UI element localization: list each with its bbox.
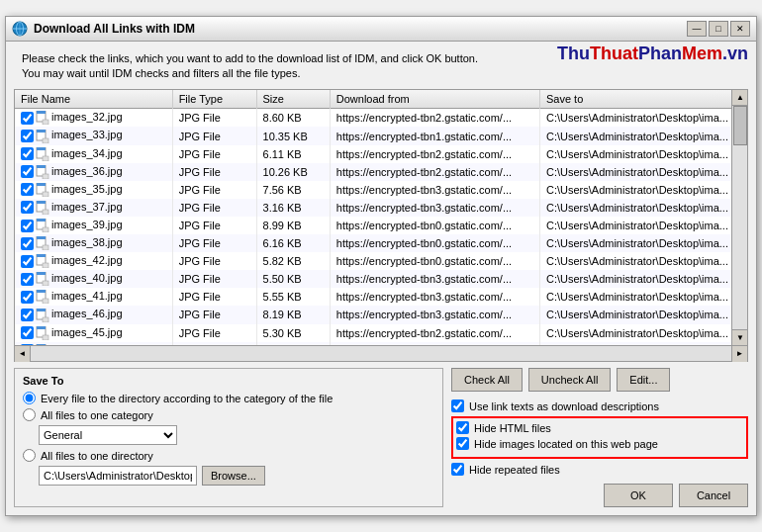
file-icon xyxy=(36,309,49,322)
check-all-button[interactable]: Check All xyxy=(451,368,523,392)
uncheck-all-button[interactable]: Uncheck All xyxy=(528,368,611,392)
horizontal-scrollbar[interactable]: ◄ ► xyxy=(14,346,748,362)
file-type-cell: JPG File xyxy=(172,342,256,347)
save-to-cell: C:\Users\Administrator\Desktop\ima... xyxy=(539,127,746,144)
svg-rect-9 xyxy=(43,138,48,143)
directory-row: Browse... xyxy=(39,466,434,486)
scroll-up-button[interactable]: ▲ xyxy=(732,90,748,106)
bottom-buttons: OK Cancel xyxy=(451,484,748,507)
category-select[interactable]: General xyxy=(39,425,177,445)
file-type-cell: JPG File xyxy=(172,163,256,181)
download-from-cell: https://encrypted-tbn2.gstatic.com/... xyxy=(330,163,539,181)
file-type-cell: JPG File xyxy=(172,217,256,234)
svg-rect-29 xyxy=(37,254,46,257)
save-to-title: Save To xyxy=(23,375,434,387)
file-name-cell: images_37.jpg xyxy=(15,199,172,217)
scroll-track xyxy=(732,106,747,329)
download-from-cell: https://encrypted-tbn3.gstatic.com/... xyxy=(330,306,539,323)
row-checkbox[interactable] xyxy=(21,201,34,214)
svg-rect-15 xyxy=(43,174,48,179)
radio-one-category-label: All files to one category xyxy=(41,409,153,421)
radio-row-1: Every file to the directory according to… xyxy=(23,392,434,404)
minimize-button[interactable]: — xyxy=(687,21,707,37)
use-link-texts-checkbox[interactable] xyxy=(451,399,464,412)
row-checkbox[interactable] xyxy=(21,147,34,160)
radio-category[interactable] xyxy=(23,392,36,404)
ok-button[interactable]: OK xyxy=(604,484,673,507)
radio-one-directory[interactable] xyxy=(23,449,36,462)
download-dialog: Download All Links with IDM — □ ✕ Please… xyxy=(5,16,757,517)
vertical-scrollbar[interactable]: ▲ ▼ xyxy=(731,90,747,345)
row-checkbox[interactable] xyxy=(21,183,34,196)
table-row: images_37.jpgJPG File3.16 KBhttps://encr… xyxy=(15,199,747,217)
file-size-cell: 10.35 KB xyxy=(256,127,330,144)
save-to-cell: C:\Users\Administrator\Desktop\ima... xyxy=(539,342,746,347)
download-from-cell: https://encrypted-tbn3.gstatic.com/... xyxy=(330,270,539,288)
directory-input[interactable] xyxy=(39,466,197,486)
col-header-size: Size xyxy=(256,90,330,109)
browse-button[interactable]: Browse... xyxy=(202,466,265,486)
watermark: ThuThuatPhanMem.vn xyxy=(557,44,748,64)
hscroll-left-button[interactable]: ◄ xyxy=(15,346,31,362)
file-icon xyxy=(36,272,49,286)
row-checkbox[interactable] xyxy=(21,291,34,304)
download-from-cell: https://encrypted-tbn2.gstatic.com/... xyxy=(330,145,539,163)
close-button[interactable]: ✕ xyxy=(730,21,750,37)
table-row: images_45.jpgJPG File5.30 KBhttps://encr… xyxy=(15,324,747,342)
file-type-cell: JPG File xyxy=(172,270,256,288)
edit-button[interactable]: Edit... xyxy=(617,368,670,392)
download-from-cell: https://encrypted-tbn0.gstatic.com/... xyxy=(330,234,539,252)
row-checkbox[interactable] xyxy=(21,255,34,268)
table-row: images_34.jpgJPG File6.11 KBhttps://encr… xyxy=(15,145,747,163)
row-checkbox[interactable] xyxy=(21,112,34,125)
row-checkbox[interactable] xyxy=(21,326,34,339)
row-checkbox[interactable] xyxy=(21,130,34,142)
download-from-cell: https://encrypted-tbn3.gstatic.com/... xyxy=(330,342,539,347)
watermark-mem: Mem xyxy=(682,44,722,63)
save-to-cell: C:\Users\Administrator\Desktop\ima... xyxy=(539,252,746,270)
row-checkbox[interactable] xyxy=(21,273,34,286)
table-row: images_40.jpgJPG File5.50 KBhttps://encr… xyxy=(15,270,747,288)
file-icon xyxy=(36,219,49,232)
svg-rect-42 xyxy=(43,335,48,340)
save-to-cell: C:\Users\Administrator\Desktop\ima... xyxy=(539,145,746,163)
checkbox-hide-images-row: Hide images located on this web page xyxy=(456,437,743,450)
svg-rect-21 xyxy=(43,210,48,215)
row-checkbox[interactable] xyxy=(21,344,34,346)
download-from-cell: https://encrypted-tbn3.gstatic.com/... xyxy=(330,199,539,217)
svg-rect-18 xyxy=(43,192,48,197)
file-name-cell: images_45.jpg xyxy=(15,324,172,342)
file-name-cell: images_33.jpg xyxy=(15,127,172,144)
file-size-cell: 5.50 KB xyxy=(256,270,330,288)
use-link-texts-label: Use link texts as download descriptions xyxy=(469,400,659,412)
svg-rect-36 xyxy=(43,299,48,304)
row-checkbox[interactable] xyxy=(21,220,34,232)
svg-rect-39 xyxy=(43,317,48,322)
svg-rect-17 xyxy=(37,183,46,186)
download-from-cell: https://encrypted-tbn3.gstatic.com/... xyxy=(330,181,539,199)
table-row: images_35.jpgJPG File7.56 KBhttps://encr… xyxy=(15,181,747,199)
col-header-filetype: File Type xyxy=(172,90,256,109)
scroll-thumb[interactable] xyxy=(733,106,747,145)
file-name-cell: images_46.jpg xyxy=(15,306,172,323)
hscroll-right-button[interactable]: ► xyxy=(731,346,747,362)
scroll-down-button[interactable]: ▼ xyxy=(732,329,748,345)
file-icon xyxy=(36,147,49,161)
file-name-cell: images_39.jpg xyxy=(15,217,172,234)
hide-html-checkbox[interactable] xyxy=(456,421,469,434)
file-table: File Name File Type Size Download from S… xyxy=(15,90,747,346)
download-from-cell: https://encrypted-tbn0.gstatic.com/... xyxy=(330,217,539,234)
hide-repeated-checkbox[interactable] xyxy=(451,463,464,476)
table-row: images_43.jpgJPG File6.31 KBhttps://encr… xyxy=(15,342,747,347)
row-checkbox[interactable] xyxy=(21,237,34,250)
row-checkbox[interactable] xyxy=(21,165,34,178)
cancel-button[interactable]: Cancel xyxy=(679,484,748,507)
file-table-container: File Name File Type Size Download from S… xyxy=(14,89,748,346)
svg-rect-11 xyxy=(37,147,46,150)
row-checkbox[interactable] xyxy=(21,309,34,321)
radio-one-category[interactable] xyxy=(23,408,36,421)
download-from-cell: https://encrypted-tbn0.gstatic.com/... xyxy=(330,252,539,270)
hide-images-checkbox[interactable] xyxy=(456,437,469,450)
maximize-button[interactable]: □ xyxy=(709,21,728,37)
file-type-cell: JPG File xyxy=(172,145,256,163)
